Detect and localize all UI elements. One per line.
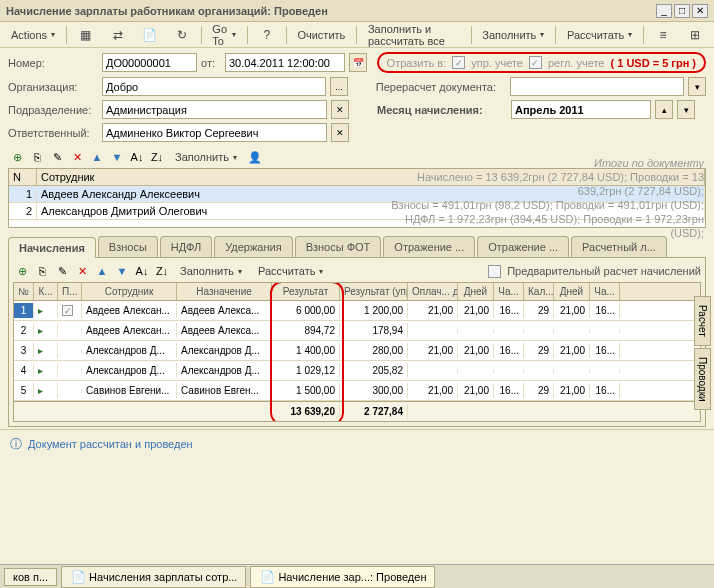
delete-icon[interactable]: ✕ — [68, 148, 86, 166]
list-icon: ≡ — [655, 27, 671, 43]
grid-down-icon[interactable]: ▼ — [113, 262, 131, 280]
grid-sort-desc-icon[interactable]: Z↓ — [153, 262, 171, 280]
grid-up-icon[interactable]: ▲ — [93, 262, 111, 280]
close-button[interactable]: ✕ — [692, 4, 708, 18]
clear-button[interactable]: Очистить — [290, 26, 352, 44]
grid-delete-icon[interactable]: ✕ — [73, 262, 91, 280]
fill-menu[interactable]: Заполнить — [475, 26, 551, 44]
reflect-label: Отразить в: — [387, 57, 447, 69]
form-icon: ⊞ — [687, 27, 703, 43]
help-button[interactable]: ? — [252, 24, 282, 46]
side-tab-post[interactable]: Проводки — [694, 348, 711, 411]
toolbar-icon-4[interactable]: ↻ — [167, 24, 197, 46]
info-icon: ⓘ — [8, 436, 24, 452]
dept-label: Подразделение: — [8, 104, 98, 116]
month-down-button[interactable]: ▾ — [677, 100, 695, 119]
sort-asc-icon[interactable]: A↓ — [128, 148, 146, 166]
grid-header: № К... П... Сотрудник Назначение Результ… — [14, 283, 700, 301]
rate-label: ( 1 USD = 5 грн ) — [611, 57, 697, 69]
footer-status: ⓘ Документ рассчитан и проведен — [0, 429, 714, 458]
grid-add-icon[interactable]: ⊕ — [13, 262, 31, 280]
emp-fill-menu[interactable]: Заполнить — [168, 148, 244, 166]
grid-icon: ▦ — [78, 27, 94, 43]
maximize-button[interactable]: □ — [674, 4, 690, 18]
grid-calc-menu[interactable]: Рассчитать — [251, 262, 330, 280]
doc-icon: 📄 — [142, 27, 158, 43]
taskbar-btn-2[interactable]: 📄Начисления зарплаты сотр... — [61, 566, 246, 588]
grid-row[interactable]: 1▸✓Авдеев Алексан...Авдеев Алекса...6 00… — [14, 301, 700, 321]
tab-ndfl[interactable]: НДФЛ — [160, 236, 212, 257]
resp-clear-button[interactable]: ✕ — [331, 123, 349, 142]
prelim-checkbox[interactable] — [488, 265, 501, 278]
recalc-input[interactable] — [510, 77, 684, 96]
taskbar-btn-3[interactable]: 📄Начисление зар...: Проведен — [250, 566, 435, 588]
toolbar-icon-6[interactable]: ⊞ — [680, 24, 710, 46]
add-icon[interactable]: ⊕ — [8, 148, 26, 166]
grid-row[interactable]: 2▸Авдеев Алексан...Авдеев Алекса...894,7… — [14, 321, 700, 341]
minimize-button[interactable]: _ — [656, 4, 672, 18]
edit-icon[interactable]: ✎ — [48, 148, 66, 166]
grid-row[interactable]: 5▸Савинов Евгени...Савинов Евген...1 500… — [14, 381, 700, 401]
taskbar-btn-1[interactable]: ков п... — [4, 568, 57, 586]
side-tabs: Расчет Проводки — [694, 296, 714, 412]
toolbar-icon-2[interactable]: ⇄ — [103, 24, 133, 46]
tab-deductions[interactable]: Удержания — [214, 236, 292, 257]
actions-menu[interactable]: Actions — [4, 26, 62, 44]
date-input[interactable]: 30.04.2011 12:00:00 — [225, 53, 345, 72]
org-select-button[interactable]: ... — [330, 77, 348, 96]
month-input[interactable]: Апрель 2011 — [511, 100, 651, 119]
tab-fot[interactable]: Взносы ФОТ — [295, 236, 382, 257]
titlebar: Начисление зарплаты работникам организац… — [0, 0, 714, 22]
reflect-panel: Отразить в: ✓ упр. учете ✓ регл. учете (… — [377, 52, 706, 73]
org-label: Организация: — [8, 81, 98, 93]
grid-panel: ⊕ ⎘ ✎ ✕ ▲ ▼ A↓ Z↓ Заполнить Рассчитать П… — [8, 258, 706, 427]
grid-row[interactable]: 3▸Александров Д...Александров Д...1 400,… — [14, 341, 700, 361]
toolbar-icon-1[interactable]: ▦ — [71, 24, 101, 46]
window-title: Начисление зарплаты работникам организац… — [6, 5, 654, 17]
sort-desc-icon[interactable]: Z↓ — [148, 148, 166, 166]
org-input[interactable]: Добро — [102, 77, 326, 96]
document-totals: Итоги по документу Начислено = 13 639,2г… — [384, 156, 704, 240]
grid-copy-icon[interactable]: ⎘ — [33, 262, 51, 280]
tab-accruals[interactable]: Начисления — [8, 237, 96, 258]
mgmt-checkbox[interactable]: ✓ — [452, 56, 465, 69]
grid-fill-menu[interactable]: Заполнить — [173, 262, 249, 280]
grid-row[interactable]: 4▸Александров Д...Александров Д...1 029,… — [14, 361, 700, 381]
toolbar-icon-3[interactable]: 📄 — [135, 24, 165, 46]
tab-contributions[interactable]: Взносы — [98, 236, 158, 257]
recalc-select-button[interactable]: ▾ — [688, 77, 706, 96]
taskbar: ков п... 📄Начисления зарплаты сотр... 📄Н… — [0, 564, 714, 588]
up-icon[interactable]: ▲ — [88, 148, 106, 166]
toolbar-icon-5[interactable]: ≡ — [648, 24, 678, 46]
accruals-grid: № К... П... Сотрудник Назначение Результ… — [13, 282, 701, 422]
side-tab-calc[interactable]: Расчет — [694, 296, 711, 346]
month-up-button[interactable]: ▴ — [655, 100, 673, 119]
reg-checkbox[interactable]: ✓ — [529, 56, 542, 69]
resp-label: Ответственный: — [8, 127, 98, 139]
user-icon[interactable]: 👤 — [246, 148, 264, 166]
dept-input[interactable]: Администрация — [102, 100, 327, 119]
date-picker-button[interactable]: 📅 — [349, 53, 367, 72]
down-icon[interactable]: ▼ — [108, 148, 126, 166]
dept-clear-button[interactable]: ✕ — [331, 100, 349, 119]
copy-icon[interactable]: ⎘ — [28, 148, 46, 166]
goto-menu[interactable]: Go To — [205, 20, 243, 50]
prelim-label: Предварительный расчет начислений — [507, 265, 701, 277]
grid-toolbar: ⊕ ⎘ ✎ ✕ ▲ ▼ A↓ Z↓ Заполнить Рассчитать П… — [13, 262, 701, 280]
month-label: Месяц начисления: — [377, 104, 507, 116]
emp-col-n: N — [9, 169, 37, 185]
doc-icon: 📄 — [70, 569, 86, 585]
number-input[interactable]: ДО00000001 — [102, 53, 197, 72]
grid-edit-icon[interactable]: ✎ — [53, 262, 71, 280]
doc-icon: 📄 — [259, 569, 275, 585]
resp-input[interactable]: Админенко Виктор Сергеевич — [102, 123, 327, 142]
grid-totals-row: 13 639,20 2 727,84 — [14, 401, 700, 421]
arrows-icon: ⇄ — [110, 27, 126, 43]
calc-menu[interactable]: Рассчитать — [560, 26, 639, 44]
grid-sort-asc-icon[interactable]: A↓ — [133, 262, 151, 280]
date-label: от: — [201, 57, 221, 69]
recalc-label: Перерасчет документа: — [376, 81, 506, 93]
reg-label: регл. учете — [548, 57, 605, 69]
fill-calc-button[interactable]: Заполнить и рассчитать все — [361, 20, 467, 50]
number-label: Номер: — [8, 57, 98, 69]
